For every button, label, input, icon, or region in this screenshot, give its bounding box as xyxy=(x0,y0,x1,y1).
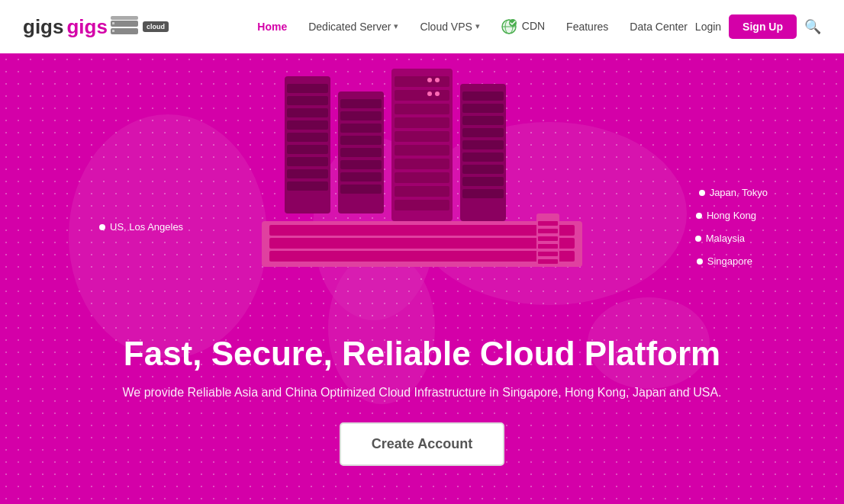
hero-section: US, Los Angeles Japan, Tokyo Hong Kong M… xyxy=(0,53,844,504)
svg-rect-30 xyxy=(340,160,382,169)
svg-rect-50 xyxy=(462,152,504,162)
location-label-singapore: Singapore xyxy=(707,255,752,267)
location-label-malaysia: Malaysia xyxy=(706,233,745,244)
svg-rect-62 xyxy=(538,244,558,249)
svg-rect-31 xyxy=(340,172,382,181)
location-singapore: Singapore xyxy=(697,255,752,267)
location-dot-japan xyxy=(699,190,705,196)
svg-rect-38 xyxy=(395,131,449,142)
svg-rect-45 xyxy=(462,91,504,101)
svg-rect-37 xyxy=(395,117,449,128)
nav-link-home[interactable]: Home xyxy=(257,21,287,33)
search-icon: 🔍 xyxy=(804,19,821,34)
svg-rect-52 xyxy=(462,177,504,186)
hero-title: Fast, Secure, Reliable Cloud Platform xyxy=(122,335,721,372)
logo-text1: gigs xyxy=(23,15,63,39)
svg-rect-53 xyxy=(462,189,504,198)
nav-link-cdn[interactable]: CDN xyxy=(501,20,545,32)
location-label-hk: Hong Kong xyxy=(707,210,756,221)
svg-rect-17 xyxy=(287,108,328,117)
location-malaysia: Malaysia xyxy=(695,233,745,244)
svg-rect-61 xyxy=(538,236,558,241)
location-japan: Japan, Tokyo xyxy=(699,187,768,198)
nav-links: Home Dedicated Server Cloud VPS CDN Fe xyxy=(257,19,688,34)
svg-rect-35 xyxy=(395,90,449,101)
svg-rect-29 xyxy=(340,148,382,157)
hero-subtitle: We provide Reliable Asia and China Optim… xyxy=(122,386,721,400)
svg-rect-42 xyxy=(395,186,449,197)
svg-rect-39 xyxy=(395,145,449,156)
nav-item-home[interactable]: Home xyxy=(257,20,287,34)
svg-rect-25 xyxy=(340,99,382,108)
svg-rect-48 xyxy=(462,128,504,137)
navigation: gigs gigs cloud Home Dedicated Server Cl… xyxy=(0,0,844,53)
location-hongkong: Hong Kong xyxy=(696,210,756,221)
svg-rect-56 xyxy=(269,238,575,249)
svg-rect-43 xyxy=(395,200,449,210)
svg-point-68 xyxy=(435,91,440,96)
hero-content: Fast, Secure, Reliable Cloud Platform We… xyxy=(122,335,721,466)
nav-item-features[interactable]: Features xyxy=(566,20,608,34)
svg-rect-51 xyxy=(462,165,504,174)
logo-text2: gigs xyxy=(66,15,107,39)
svg-point-65 xyxy=(427,78,432,82)
svg-rect-55 xyxy=(269,225,575,236)
svg-rect-4 xyxy=(112,30,114,32)
svg-rect-22 xyxy=(287,169,328,178)
svg-rect-46 xyxy=(462,104,504,113)
signup-button[interactable]: Sign Up xyxy=(729,14,797,39)
svg-point-9 xyxy=(69,114,267,358)
svg-rect-64 xyxy=(538,259,558,264)
cdn-icon xyxy=(501,19,517,34)
create-account-button[interactable]: Create Account xyxy=(340,422,504,466)
svg-rect-16 xyxy=(287,96,328,105)
svg-point-66 xyxy=(435,78,440,82)
svg-rect-20 xyxy=(287,145,328,154)
nav-link-data-center[interactable]: Data Center xyxy=(630,21,687,33)
svg-rect-40 xyxy=(395,159,449,169)
svg-rect-32 xyxy=(340,185,382,194)
location-label-japan: Japan, Tokyo xyxy=(710,187,768,198)
location-label-us: US, Los Angeles xyxy=(110,221,183,233)
svg-rect-34 xyxy=(395,76,449,87)
location-dot-malaysia xyxy=(695,236,701,242)
nav-link-dedicated-server[interactable]: Dedicated Server xyxy=(308,21,391,33)
svg-rect-28 xyxy=(340,136,382,145)
svg-rect-2 xyxy=(111,16,138,20)
svg-rect-49 xyxy=(462,140,504,149)
svg-rect-19 xyxy=(287,133,328,142)
location-dot-singapore xyxy=(697,258,703,265)
logo-badge: cloud xyxy=(143,21,169,32)
svg-rect-57 xyxy=(269,251,575,262)
location-us: US, Los Angeles xyxy=(99,221,183,233)
nav-link-cloud-vps[interactable]: Cloud VPS xyxy=(420,21,472,33)
nav-item-data-center[interactable]: Data Center xyxy=(630,20,687,34)
svg-point-67 xyxy=(427,91,432,96)
svg-rect-59 xyxy=(538,221,558,226)
logo-icon xyxy=(111,16,138,37)
svg-rect-47 xyxy=(462,116,504,125)
server-illustration xyxy=(262,61,582,274)
svg-rect-0 xyxy=(111,21,138,27)
login-button[interactable]: Login xyxy=(688,16,729,37)
svg-rect-41 xyxy=(395,172,449,183)
nav-item-dedicated-server[interactable]: Dedicated Server xyxy=(308,21,398,33)
search-button[interactable]: 🔍 xyxy=(804,18,821,35)
location-dot-hk xyxy=(696,213,702,219)
svg-rect-21 xyxy=(287,157,328,166)
svg-rect-36 xyxy=(395,104,449,114)
svg-rect-15 xyxy=(287,84,328,93)
svg-rect-60 xyxy=(538,229,558,233)
svg-rect-23 xyxy=(287,181,328,191)
logo[interactable]: gigs gigs cloud xyxy=(23,15,169,39)
svg-rect-18 xyxy=(287,120,328,130)
svg-rect-3 xyxy=(112,22,114,24)
nav-item-cloud-vps[interactable]: Cloud VPS xyxy=(420,21,479,33)
location-dot-us xyxy=(99,224,105,230)
svg-rect-63 xyxy=(538,252,558,256)
svg-rect-1 xyxy=(111,28,138,34)
svg-rect-26 xyxy=(340,111,382,120)
nav-item-cdn[interactable]: CDN xyxy=(501,19,545,34)
svg-rect-27 xyxy=(340,124,382,133)
nav-link-features[interactable]: Features xyxy=(566,21,608,33)
